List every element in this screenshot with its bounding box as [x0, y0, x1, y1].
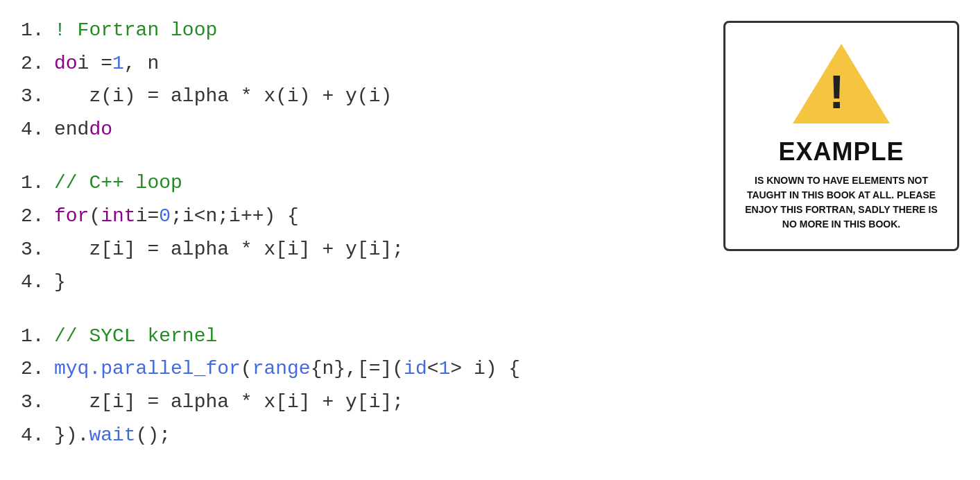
- sycl-block: 1. // SYCL kernel 2. myq.parallel_for(ra…: [21, 320, 696, 452]
- cpp-line-3: 3. z[i] = alpha * x[i] + y[i];: [21, 233, 696, 266]
- sycl-line-2: 2. myq.parallel_for(range{n},[=](id<1> i…: [21, 352, 696, 386]
- code-num: 0: [159, 200, 171, 233]
- line-number: 4.: [21, 113, 49, 146]
- code-section: 1. ! Fortran loop 2. do i = 1, n 3. z(i)…: [21, 14, 696, 472]
- fortran-block: 1. ! Fortran loop 2. do i = 1, n 3. z(i)…: [21, 14, 696, 146]
- warning-box: EXAMPLE IS KNOWN TO HAVE ELEMENTS NOT TA…: [723, 21, 959, 251]
- sycl-wait: wait: [89, 419, 135, 452]
- line-number: 1.: [21, 320, 49, 353]
- main-container: 1. ! Fortran loop 2. do i = 1, n 3. z(i)…: [21, 14, 959, 472]
- sycl-line-3: 3. z[i] = alpha * x[i] + y[i];: [21, 386, 696, 419]
- line-number: 2.: [21, 47, 49, 80]
- sycl-comment: // SYCL kernel: [54, 320, 217, 353]
- line-number: 3.: [21, 233, 49, 266]
- code-text: z[i] = alpha * x[i] + y[i];: [54, 233, 404, 266]
- cpp-line-2: 2. for (int i=0;i<n;i++) {: [21, 200, 696, 233]
- line-number: 3.: [21, 386, 49, 419]
- code-text: ();: [136, 419, 171, 452]
- fortran-line-2: 2. do i = 1, n: [21, 47, 696, 80]
- line-number: 1.: [21, 166, 49, 200]
- code-text: {n},[=](: [311, 352, 404, 386]
- code-text: }).: [54, 419, 89, 452]
- code-text: z(i) = alpha * x(i) + y(i): [54, 80, 392, 113]
- keyword-int: int: [101, 200, 135, 233]
- cpp-comment: // C++ loop: [54, 166, 182, 200]
- cpp-line-4: 4. }: [21, 266, 696, 299]
- cpp-line-1: 1. // C++ loop: [21, 166, 696, 200]
- code-text: , n: [124, 47, 159, 80]
- code-text: z[i] = alpha * x[i] + y[i];: [54, 386, 404, 419]
- code-text: ;i<n;i++) {: [171, 200, 299, 233]
- code-text: (: [89, 200, 101, 233]
- warning-text: IS KNOWN TO HAVE ELEMENTS NOT TAUGHT IN …: [743, 173, 940, 232]
- fortran-line-4: 4. end do: [21, 113, 696, 146]
- code-text: }: [54, 266, 66, 299]
- sycl-id: id: [404, 352, 427, 386]
- code-text: (: [241, 352, 252, 386]
- keyword-do: do: [54, 47, 78, 80]
- line-number: 2.: [21, 352, 49, 386]
- sycl-range: range: [252, 352, 311, 386]
- warning-title: EXAMPLE: [778, 137, 904, 166]
- code-text: <: [427, 352, 439, 386]
- line-number: 3.: [21, 80, 49, 113]
- sycl-num: 1: [439, 352, 451, 386]
- line-number: 4.: [21, 419, 49, 452]
- code-text: i =: [78, 47, 112, 80]
- line-number: 1.: [21, 14, 49, 47]
- keyword-do: do: [89, 113, 112, 146]
- code-text: > i) {: [450, 352, 520, 386]
- code-text: i=: [136, 200, 160, 233]
- fortran-line-3: 3. z(i) = alpha * x(i) + y(i): [21, 80, 696, 113]
- code-num: 1: [112, 47, 124, 80]
- sycl-myq: myq.parallel_for: [54, 352, 241, 386]
- sycl-line-1: 1. // SYCL kernel: [21, 320, 696, 353]
- line-number: 2.: [21, 200, 49, 233]
- code-text: end: [54, 113, 89, 146]
- keyword-for: for: [54, 200, 89, 233]
- sycl-line-4: 4. }).wait();: [21, 419, 696, 452]
- cpp-block: 1. // C++ loop 2. for (int i=0;i<n;i++) …: [21, 166, 696, 298]
- line-number: 4.: [21, 266, 49, 299]
- fortran-line-1: 1. ! Fortran loop: [21, 14, 696, 47]
- warning-icon: [793, 44, 890, 123]
- fortran-comment: ! Fortran loop: [54, 14, 217, 47]
